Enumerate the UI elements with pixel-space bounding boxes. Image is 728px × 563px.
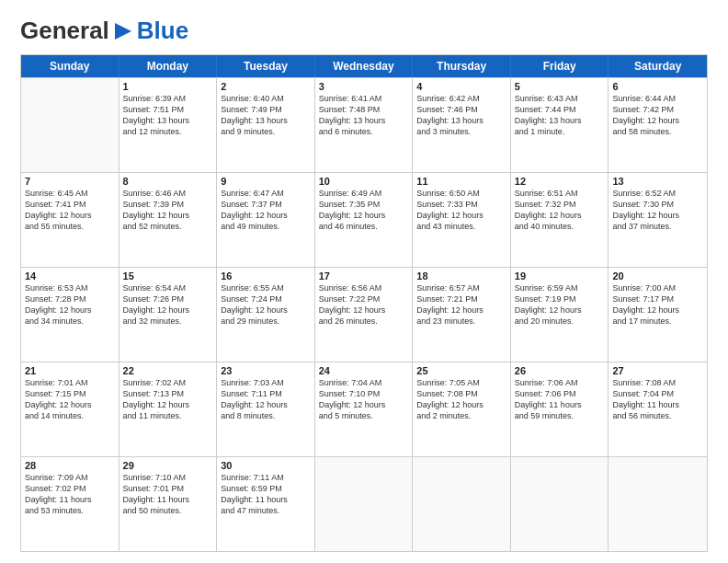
calendar-cell-r3-c2: 23Sunrise: 7:03 AMSunset: 7:11 PMDayligh… bbox=[217, 362, 315, 456]
cell-info-line: Sunrise: 7:00 AM bbox=[612, 282, 703, 293]
cell-info-line: Sunrise: 7:03 AM bbox=[221, 377, 311, 388]
calendar-cell-r0-c0 bbox=[21, 78, 119, 172]
cell-info-line: Daylight: 12 hours bbox=[416, 304, 506, 316]
cell-info-line: Sunset: 7:33 PM bbox=[416, 199, 506, 210]
calendar-cell-r0-c5: 5Sunrise: 6:43 AMSunset: 7:44 PMDaylight… bbox=[511, 78, 609, 172]
cell-info-line: Daylight: 12 hours bbox=[123, 304, 213, 316]
day-number: 5 bbox=[515, 81, 605, 92]
day-number: 29 bbox=[123, 460, 213, 471]
weekday-header-thursday: Thursday bbox=[413, 55, 511, 77]
cell-info-line: and 37 minutes. bbox=[612, 221, 703, 232]
cell-info-line: Sunset: 7:42 PM bbox=[612, 104, 703, 115]
cell-info-line: Sunset: 7:01 PM bbox=[123, 483, 213, 494]
calendar-cell-r1-c1: 8Sunrise: 6:46 AMSunset: 7:39 PMDaylight… bbox=[119, 173, 218, 267]
day-number: 22 bbox=[123, 365, 213, 376]
cell-info-line: and 6 minutes. bbox=[319, 126, 409, 137]
cell-info-line: and 23 minutes. bbox=[416, 316, 506, 327]
cell-info-line: Daylight: 12 hours bbox=[319, 399, 409, 410]
day-number: 27 bbox=[612, 365, 703, 376]
cell-info-line: Daylight: 12 hours bbox=[416, 210, 506, 221]
cell-info-line: Daylight: 12 hours bbox=[221, 304, 311, 316]
calendar: SundayMondayTuesdayWednesdayThursdayFrid… bbox=[20, 54, 708, 552]
calendar-row-2: 14Sunrise: 6:53 AMSunset: 7:28 PMDayligh… bbox=[21, 267, 707, 362]
cell-info-line: Sunset: 7:24 PM bbox=[221, 293, 311, 304]
cell-info-line: Daylight: 12 hours bbox=[319, 210, 409, 221]
calendar-cell-r1-c4: 11Sunrise: 6:50 AMSunset: 7:33 PMDayligh… bbox=[413, 173, 511, 267]
cell-info-line: Sunset: 7:22 PM bbox=[319, 293, 409, 304]
cell-info-line: Daylight: 11 hours bbox=[123, 494, 213, 505]
day-number: 26 bbox=[515, 365, 605, 376]
cell-info-line: Sunset: 7:39 PM bbox=[123, 199, 213, 210]
weekday-header-saturday: Saturday bbox=[609, 55, 707, 77]
calendar-row-4: 28Sunrise: 7:09 AMSunset: 7:02 PMDayligh… bbox=[21, 456, 707, 551]
cell-info-line: Daylight: 12 hours bbox=[25, 399, 115, 410]
cell-info-line: Daylight: 12 hours bbox=[221, 210, 311, 221]
cell-info-line: and 58 minutes. bbox=[612, 126, 703, 137]
cell-info-line: Daylight: 12 hours bbox=[612, 304, 703, 316]
calendar-cell-r2-c2: 16Sunrise: 6:55 AMSunset: 7:24 PMDayligh… bbox=[217, 268, 315, 362]
day-number: 23 bbox=[221, 365, 311, 376]
calendar-cell-r4-c2: 30Sunrise: 7:11 AMSunset: 6:59 PMDayligh… bbox=[217, 457, 315, 551]
calendar-cell-r1-c0: 7Sunrise: 6:45 AMSunset: 7:41 PMDaylight… bbox=[21, 173, 119, 267]
calendar-cell-r3-c5: 26Sunrise: 7:06 AMSunset: 7:06 PMDayligh… bbox=[511, 362, 609, 456]
calendar-cell-r0-c1: 1Sunrise: 6:39 AMSunset: 7:51 PMDaylight… bbox=[119, 78, 218, 172]
cell-info-line: and 52 minutes. bbox=[123, 221, 213, 232]
cell-info-line: Daylight: 12 hours bbox=[319, 304, 409, 316]
cell-info-line: and 11 minutes. bbox=[123, 410, 213, 421]
cell-info-line: Sunrise: 6:42 AM bbox=[416, 93, 506, 104]
cell-info-line: Sunrise: 6:57 AM bbox=[416, 282, 506, 293]
calendar-cell-r0-c6: 6Sunrise: 6:44 AMSunset: 7:42 PMDaylight… bbox=[609, 78, 707, 172]
day-number: 17 bbox=[319, 270, 409, 282]
cell-info-line: Sunrise: 6:52 AM bbox=[612, 188, 703, 199]
day-number: 11 bbox=[416, 176, 506, 187]
cell-info-line: and 50 minutes. bbox=[123, 505, 213, 516]
calendar-cell-r2-c4: 18Sunrise: 6:57 AMSunset: 7:21 PMDayligh… bbox=[413, 268, 511, 362]
weekday-header-sunday: Sunday bbox=[21, 55, 119, 77]
cell-info-line: Daylight: 12 hours bbox=[25, 210, 115, 221]
day-number: 15 bbox=[123, 270, 213, 282]
cell-info-line: Sunrise: 6:44 AM bbox=[612, 93, 703, 104]
calendar-cell-r1-c6: 13Sunrise: 6:52 AMSunset: 7:30 PMDayligh… bbox=[609, 173, 707, 267]
cell-info-line: Sunset: 7:11 PM bbox=[221, 388, 311, 399]
calendar-cell-r1-c2: 9Sunrise: 6:47 AMSunset: 7:37 PMDaylight… bbox=[217, 173, 315, 267]
cell-info-line: Sunrise: 7:09 AM bbox=[25, 472, 115, 483]
cell-info-line: Sunrise: 7:06 AM bbox=[515, 377, 605, 388]
cell-info-line: Sunset: 7:46 PM bbox=[416, 104, 506, 115]
weekday-header-wednesday: Wednesday bbox=[315, 55, 414, 77]
cell-info-line: Sunrise: 6:59 AM bbox=[515, 282, 605, 293]
cell-info-line: and 59 minutes. bbox=[515, 410, 605, 421]
cell-info-line: Sunset: 7:48 PM bbox=[319, 104, 409, 115]
cell-info-line: Daylight: 13 hours bbox=[416, 115, 506, 126]
cell-info-line: Sunrise: 6:54 AM bbox=[123, 282, 213, 293]
calendar-cell-r1-c3: 10Sunrise: 6:49 AMSunset: 7:35 PMDayligh… bbox=[315, 173, 414, 267]
day-number: 10 bbox=[319, 176, 409, 187]
cell-info-line: Sunrise: 7:08 AM bbox=[612, 377, 703, 388]
cell-info-line: Daylight: 11 hours bbox=[221, 494, 311, 505]
calendar-cell-r3-c6: 27Sunrise: 7:08 AMSunset: 7:04 PMDayligh… bbox=[609, 362, 707, 456]
cell-info-line: Daylight: 13 hours bbox=[123, 115, 213, 126]
cell-info-line: and 49 minutes. bbox=[221, 221, 311, 232]
day-number: 12 bbox=[515, 176, 605, 187]
calendar-cell-r4-c5 bbox=[511, 457, 609, 551]
cell-info-line: Sunset: 7:15 PM bbox=[25, 388, 115, 399]
calendar-cell-r2-c1: 15Sunrise: 6:54 AMSunset: 7:26 PMDayligh… bbox=[119, 268, 218, 362]
cell-info-line: Sunrise: 6:47 AM bbox=[221, 188, 311, 199]
day-number: 24 bbox=[319, 365, 409, 376]
cell-info-line: Sunrise: 7:11 AM bbox=[221, 472, 311, 483]
calendar-row-3: 21Sunrise: 7:01 AMSunset: 7:15 PMDayligh… bbox=[21, 362, 707, 456]
calendar-cell-r4-c4 bbox=[413, 457, 511, 551]
day-number: 4 bbox=[416, 81, 506, 92]
calendar-row-1: 7Sunrise: 6:45 AMSunset: 7:41 PMDaylight… bbox=[21, 172, 707, 267]
cell-info-line: Sunset: 7:06 PM bbox=[515, 388, 605, 399]
calendar-cell-r2-c5: 19Sunrise: 6:59 AMSunset: 7:19 PMDayligh… bbox=[511, 268, 609, 362]
cell-info-line: Sunset: 7:44 PM bbox=[515, 104, 605, 115]
header: General Blue bbox=[20, 17, 708, 45]
cell-info-line: and 43 minutes. bbox=[416, 221, 506, 232]
cell-info-line: and 1 minute. bbox=[515, 126, 605, 137]
cell-info-line: Sunrise: 6:43 AM bbox=[515, 93, 605, 104]
cell-info-line: Sunset: 7:51 PM bbox=[123, 104, 213, 115]
cell-info-line: Sunrise: 6:41 AM bbox=[319, 93, 409, 104]
weekday-header-tuesday: Tuesday bbox=[217, 55, 315, 77]
calendar-cell-r1-c5: 12Sunrise: 6:51 AMSunset: 7:32 PMDayligh… bbox=[511, 173, 609, 267]
cell-info-line: and 20 minutes. bbox=[515, 316, 605, 327]
